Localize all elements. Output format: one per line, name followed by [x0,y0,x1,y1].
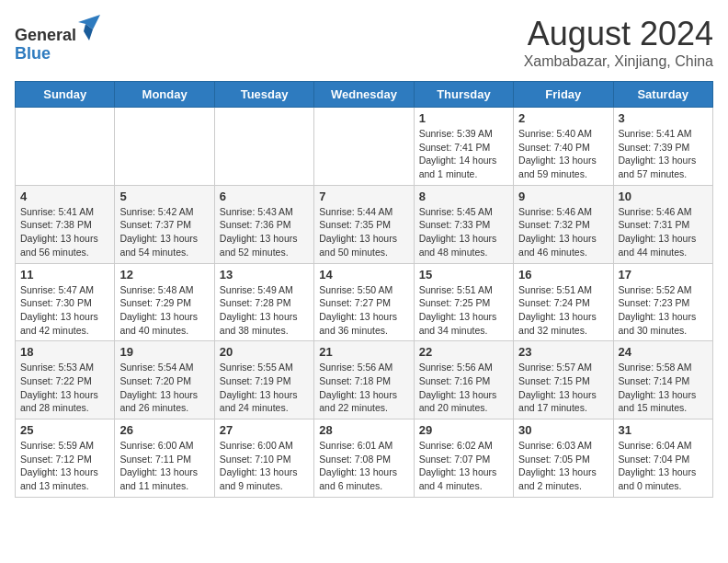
day-info: Sunrise: 5:54 AMSunset: 7:20 PMDaylight:… [119,361,209,415]
calendar-cell: 19Sunrise: 5:54 AMSunset: 7:20 PMDayligh… [115,341,214,419]
weekday-header-saturday: Saturday [613,82,712,108]
calendar-week-row-2: 4Sunrise: 5:41 AMSunset: 7:38 PMDaylight… [16,185,713,263]
calendar-cell [214,108,313,186]
calendar-cell: 7Sunrise: 5:44 AMSunset: 7:35 PMDaylight… [314,185,414,263]
day-info: Sunrise: 5:55 AMSunset: 7:19 PMDaylight:… [220,361,309,415]
day-number: 18 [20,345,109,359]
weekday-header-wednesday: Wednesday [314,82,414,108]
calendar-cell: 6Sunrise: 5:43 AMSunset: 7:36 PMDaylight… [214,185,313,263]
calendar-cell: 21Sunrise: 5:56 AMSunset: 7:18 PMDayligh… [314,341,414,419]
day-number: 21 [319,345,408,359]
calendar-cell: 25Sunrise: 5:59 AMSunset: 7:12 PMDayligh… [16,419,115,498]
day-info: Sunrise: 6:00 AMSunset: 7:11 PMDaylight:… [119,439,209,493]
calendar-cell: 22Sunrise: 5:56 AMSunset: 7:16 PMDayligh… [414,341,513,419]
calendar-cell [16,108,115,186]
day-number: 11 [20,268,109,282]
day-info: Sunrise: 6:02 AMSunset: 7:07 PMDaylight:… [419,439,508,493]
calendar-week-row-4: 18Sunrise: 5:53 AMSunset: 7:22 PMDayligh… [16,341,713,419]
calendar-cell: 10Sunrise: 5:46 AMSunset: 7:31 PMDayligh… [613,185,712,263]
day-number: 31 [619,423,708,437]
day-info: Sunrise: 5:40 AMSunset: 7:40 PMDaylight:… [518,127,608,181]
day-number: 28 [319,423,408,437]
weekday-header-sunday: Sunday [16,82,115,108]
calendar-cell: 9Sunrise: 5:46 AMSunset: 7:32 PMDaylight… [514,185,613,263]
calendar-cell: 5Sunrise: 5:42 AMSunset: 7:37 PMDaylight… [115,185,214,263]
calendar-cell: 18Sunrise: 5:53 AMSunset: 7:22 PMDayligh… [16,341,115,419]
month-year-title: August 2024 [524,15,713,53]
day-number: 4 [20,190,109,203]
day-info: Sunrise: 5:59 AMSunset: 7:12 PMDaylight:… [20,439,109,493]
logo-general: General [15,26,76,44]
day-info: Sunrise: 6:03 AMSunset: 7:05 PMDaylight:… [518,439,608,493]
day-number: 15 [419,268,508,282]
calendar-cell: 1Sunrise: 5:39 AMSunset: 7:41 PMDaylight… [414,108,513,186]
calendar-cell: 14Sunrise: 5:50 AMSunset: 7:27 PMDayligh… [314,263,414,341]
day-number: 26 [119,423,209,437]
day-info: Sunrise: 5:57 AMSunset: 7:15 PMDaylight:… [518,361,608,415]
day-number: 23 [518,345,608,359]
day-number: 8 [419,190,508,203]
day-info: Sunrise: 5:46 AMSunset: 7:31 PMDaylight:… [619,205,708,259]
day-info: Sunrise: 5:47 AMSunset: 7:30 PMDaylight:… [20,283,109,338]
calendar-cell: 17Sunrise: 5:52 AMSunset: 7:23 PMDayligh… [613,263,712,341]
day-info: Sunrise: 5:42 AMSunset: 7:37 PMDaylight:… [119,205,209,259]
calendar-cell: 30Sunrise: 6:03 AMSunset: 7:05 PMDayligh… [514,419,613,498]
calendar-cell: 28Sunrise: 6:01 AMSunset: 7:08 PMDayligh… [314,419,414,498]
header: General Blue August 2024 Xambabazar, Xin… [15,15,713,70]
title-block: August 2024 Xambabazar, Xinjiang, China [524,15,713,70]
day-number: 14 [319,268,408,282]
day-number: 5 [119,190,209,203]
calendar-week-row-5: 25Sunrise: 5:59 AMSunset: 7:12 PMDayligh… [16,419,713,498]
calendar-cell: 11Sunrise: 5:47 AMSunset: 7:30 PMDayligh… [16,263,115,341]
day-number: 2 [518,111,608,125]
calendar-cell: 13Sunrise: 5:49 AMSunset: 7:28 PMDayligh… [214,263,313,341]
day-number: 24 [619,345,708,359]
day-number: 13 [220,268,309,282]
day-number: 22 [419,345,508,359]
calendar-week-row-3: 11Sunrise: 5:47 AMSunset: 7:30 PMDayligh… [16,263,713,341]
day-info: Sunrise: 5:45 AMSunset: 7:33 PMDaylight:… [419,205,508,259]
day-info: Sunrise: 5:53 AMSunset: 7:22 PMDaylight:… [20,361,109,415]
day-number: 27 [220,423,309,437]
day-info: Sunrise: 6:01 AMSunset: 7:08 PMDaylight:… [319,439,408,493]
calendar-table: SundayMondayTuesdayWednesdayThursdayFrid… [15,81,713,498]
calendar-cell: 16Sunrise: 5:51 AMSunset: 7:24 PMDayligh… [514,263,613,341]
day-number: 29 [419,423,508,437]
calendar-cell [115,108,214,186]
calendar-cell: 20Sunrise: 5:55 AMSunset: 7:19 PMDayligh… [214,341,313,419]
day-number: 30 [518,423,608,437]
day-info: Sunrise: 5:46 AMSunset: 7:32 PMDaylight:… [518,205,608,259]
calendar-cell: 12Sunrise: 5:48 AMSunset: 7:29 PMDayligh… [115,263,214,341]
day-number: 3 [619,111,708,125]
logo: General Blue [15,15,100,63]
day-info: Sunrise: 6:04 AMSunset: 7:04 PMDaylight:… [619,439,708,493]
calendar-week-row-1: 1Sunrise: 5:39 AMSunset: 7:41 PMDaylight… [16,108,713,186]
day-number: 1 [419,111,508,125]
weekday-header-monday: Monday [115,82,214,108]
day-number: 17 [619,268,708,282]
day-number: 25 [20,423,109,437]
calendar-cell [314,108,414,186]
logo-text: General Blue [15,15,100,63]
calendar-cell: 4Sunrise: 5:41 AMSunset: 7:38 PMDaylight… [16,185,115,263]
calendar-cell: 27Sunrise: 6:00 AMSunset: 7:10 PMDayligh… [214,419,313,498]
day-info: Sunrise: 5:49 AMSunset: 7:28 PMDaylight:… [220,283,309,338]
calendar-cell: 23Sunrise: 5:57 AMSunset: 7:15 PMDayligh… [514,341,613,419]
day-info: Sunrise: 5:56 AMSunset: 7:18 PMDaylight:… [319,361,408,415]
calendar-cell: 26Sunrise: 6:00 AMSunset: 7:11 PMDayligh… [115,419,214,498]
day-info: Sunrise: 5:51 AMSunset: 7:25 PMDaylight:… [419,283,508,338]
day-info: Sunrise: 5:51 AMSunset: 7:24 PMDaylight:… [518,283,608,338]
day-info: Sunrise: 5:52 AMSunset: 7:23 PMDaylight:… [619,283,708,338]
day-number: 19 [119,345,209,359]
day-number: 7 [319,190,408,203]
calendar-cell: 31Sunrise: 6:04 AMSunset: 7:04 PMDayligh… [613,419,712,498]
weekday-header-thursday: Thursday [414,82,513,108]
day-info: Sunrise: 5:43 AMSunset: 7:36 PMDaylight:… [220,205,309,259]
day-number: 6 [220,190,309,203]
day-info: Sunrise: 5:56 AMSunset: 7:16 PMDaylight:… [419,361,508,415]
day-info: Sunrise: 5:39 AMSunset: 7:41 PMDaylight:… [419,127,508,181]
day-number: 12 [119,268,209,282]
day-info: Sunrise: 5:58 AMSunset: 7:14 PMDaylight:… [619,361,708,415]
logo-blue: Blue [15,44,51,63]
logo-bird-icon [78,15,100,40]
